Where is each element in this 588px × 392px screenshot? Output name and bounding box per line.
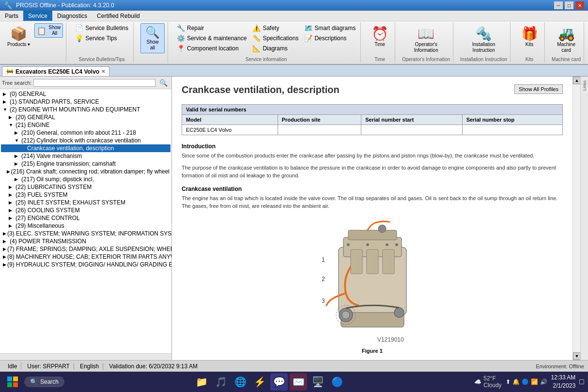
tree-item[interactable]: ▶(9) HYDRAULIC SYSTEM; DIGGING/ HANDLING… — [1, 261, 170, 268]
tree-item-label: (212) Cylinder block with crankcase vent… — [21, 137, 141, 144]
operator-info-button[interactable]: 📖 Operator'sInformation — [412, 23, 441, 56]
ribbon-group-show-all: 🔍 Show all — [138, 22, 168, 63]
svg-point-14 — [386, 243, 388, 246]
menu-bar: Parts Service Diagnostics Certified Rebu… — [0, 11, 588, 21]
taskbar-remote-icon[interactable]: 🖥️ — [309, 373, 326, 391]
doc-tab-close[interactable]: ✕ — [101, 69, 105, 74]
start-button[interactable] — [4, 373, 21, 391]
tree-item[interactable]: ▶(1) STANDARD PARTS, SERVICE — [1, 98, 170, 106]
tray-icon-2[interactable]: 🔔 — [512, 378, 520, 385]
show-all-service-button[interactable]: 🔍 Show all — [140, 23, 165, 53]
weather-widget[interactable]: ☁️ 52°F Cloudy — [474, 375, 501, 389]
ribbon-group-time: ⏰ Time Time — [365, 22, 395, 63]
links-label[interactable]: Links — [581, 78, 588, 93]
installation-button[interactable]: 🔩 InstallationInstruction — [470, 23, 498, 56]
descriptions-button[interactable]: 📝 Descriptions — [302, 33, 357, 43]
tree-item[interactable]: ▶(3) ELEC. SYSTEM; WARNING SYSTEM; INFOR… — [1, 230, 170, 237]
tree-item[interactable]: ▶(22) LUBRICATING SYSTEM — [1, 183, 170, 191]
tree-item[interactable]: ▶(215) Engine transmission; camshaft — [1, 160, 170, 168]
tray-icon-1[interactable]: ⬆ — [506, 378, 511, 385]
tree-search-input[interactable] — [33, 79, 155, 87]
component-location-button[interactable]: 📍 Component location — [175, 44, 248, 53]
smart-diagrams-button[interactable]: 🗺️ Smart diagrams — [302, 23, 357, 33]
time-button[interactable]: ⏰ Time — [368, 23, 392, 50]
tree-arrow: ▶ — [9, 223, 15, 228]
scroll-down-button[interactable]: ▼ — [573, 352, 581, 360]
status-language: English — [76, 363, 103, 370]
tree-item[interactable]: ▶(216) Crank shaft; connecting rod; vibr… — [1, 168, 170, 175]
taskbar-explorer-icon[interactable]: 📁 — [193, 373, 210, 391]
show-all-button[interactable]: 📋 Show All — [34, 23, 63, 38]
tree-arrow: ▶ — [3, 92, 9, 96]
safety-icon: ⚠️ — [252, 24, 261, 32]
scroll-up-button[interactable]: ▲ — [573, 77, 581, 84]
tree-h-scroll[interactable] — [0, 353, 171, 360]
taskbar-clock[interactable]: 12:33 AM 2/1/2023 — [551, 374, 576, 390]
taskbar-teams-icon[interactable]: 💬 — [270, 373, 288, 391]
taskbar-mail-icon[interactable]: ✉️ — [290, 373, 307, 391]
tree-item[interactable]: ▶(8) MACHINERY HOUSE; CAB; EXTERIOR TRIM… — [1, 253, 170, 261]
tree-item[interactable]: ▶(23) FUEL SYSTEM — [1, 191, 170, 199]
tree-item[interactable]: ▶(25) INLET SYSTEM; EXHAUST SYSTEM — [1, 199, 170, 206]
notification-icon[interactable]: □ — [579, 377, 584, 386]
tray-icon-wifi[interactable]: 📶 — [531, 378, 538, 385]
scroll-track[interactable] — [573, 84, 580, 352]
cell-serial-stop — [462, 125, 562, 135]
tree-item[interactable]: ▼(21) ENGINE — [1, 121, 170, 129]
taskbar-search-button[interactable]: 🔍 Search — [24, 376, 64, 387]
service-tips-button[interactable]: 💡 Service Tips — [73, 33, 130, 43]
tree-item[interactable]: ▶(210) General, common info about 211 - … — [1, 129, 170, 137]
tree-arrow: ▶ — [3, 254, 6, 259]
diagrams-button[interactable]: 📐 Diagrams — [250, 44, 300, 53]
serial-number-table: Valid for serial numbers Model Productio… — [182, 104, 563, 135]
taskbar-chrome-icon[interactable]: 🌐 — [232, 373, 249, 391]
taskbar-left: 🔍 Search — [4, 373, 64, 391]
condition: Cloudy — [483, 382, 501, 389]
tree-arrow: ▼ — [15, 138, 20, 143]
maximize-button[interactable]: □ — [565, 1, 573, 9]
taskbar-app2-icon[interactable]: ⚡ — [251, 373, 268, 391]
minimize-button[interactable]: ─ — [554, 1, 563, 9]
safety-button[interactable]: ⚠️ Safety — [250, 23, 300, 33]
menu-parts[interactable]: Parts — [0, 11, 23, 21]
tree-item[interactable]: ▼(212) Cylinder block with crankcase ven… — [1, 137, 170, 144]
tree-item[interactable]: ▶(27) ENGINE CONTROL — [1, 214, 170, 222]
doc-tabs: 🚧 Excavators EC250E LC4 Volvo ✕ — [0, 65, 588, 77]
service-maintenance-button[interactable]: ⚙️ Service & maintenance — [175, 33, 248, 43]
menu-service[interactable]: Service — [23, 11, 52, 21]
taskbar-app1-icon[interactable]: 🎵 — [212, 373, 230, 391]
repair-button[interactable]: 🔧 Repair — [175, 23, 248, 33]
figure-label: Figure 1 — [182, 348, 563, 354]
svg-point-15 — [395, 243, 398, 246]
specifications-button[interactable]: 📏 Specifications — [250, 33, 300, 43]
menu-certified-rebuild[interactable]: Certified Rebuild — [92, 11, 145, 21]
tray-icon-3[interactable]: 🔵 — [522, 378, 529, 385]
tree-search-button[interactable]: 🔍 — [157, 79, 170, 87]
kits-button[interactable]: 🎁 Kits — [517, 23, 542, 50]
tree-item[interactable]: ▼(2) ENGINE WITH MOUNTING AND EQUIPMENT — [1, 106, 170, 113]
products-button[interactable]: 📦 Products ▾ — [5, 23, 32, 50]
tree-item[interactable]: ▶(7) FRAME; SPRINGS; DAMPING; AXLE SUSPE… — [1, 245, 170, 253]
tree-item[interactable]: ▶(26) COOLING SYSTEM — [1, 206, 170, 214]
tree-item[interactable]: ▶(0) GENERAL — [1, 90, 170, 98]
tree-item[interactable]: ▶(20) GENERAL — [1, 113, 170, 121]
content-area[interactable]: Show All Profiles Crankcase ventilation,… — [172, 77, 573, 360]
tree-item[interactable]: ▶(4) POWER TRANSMISSION — [1, 237, 170, 245]
tree-item[interactable]: ▶(29) Miscellaneous — [1, 222, 170, 230]
tree-item[interactable]: ▶(217) Oil sump; dipstick incl. — [1, 175, 170, 183]
tray-icon-sound[interactable]: 🔊 — [540, 378, 547, 385]
service-bulletins-button[interactable]: 📄 Service Bulletins — [73, 23, 130, 33]
page-title: Crankcase ventilation, description — [182, 84, 563, 98]
tree-item[interactable]: ▶(214) Valve mechanism — [1, 152, 170, 160]
menu-diagnostics[interactable]: Diagnostics — [52, 11, 92, 21]
machine-card-button[interactable]: 🚜 Machinecard — [554, 23, 578, 56]
installation-icon: 🔩 — [475, 26, 492, 42]
tree-container[interactable]: ▶(0) GENERAL▶(1) STANDARD PARTS, SERVICE… — [0, 89, 171, 353]
doc-tab-excavators[interactable]: 🚧 Excavators EC250E LC4 Volvo ✕ — [2, 66, 109, 76]
close-button[interactable]: ✕ — [575, 1, 584, 9]
main-area: Tree search: 🔍 ▶(0) GENERAL▶(1) STANDARD… — [0, 77, 588, 360]
show-profiles-button[interactable]: Show All Profiles — [514, 84, 563, 94]
svg-rect-4 — [351, 250, 362, 274]
taskbar-browser2-icon[interactable]: 🔵 — [328, 373, 346, 391]
tree-item[interactable]: Crankcase ventilation, description — [1, 144, 170, 152]
